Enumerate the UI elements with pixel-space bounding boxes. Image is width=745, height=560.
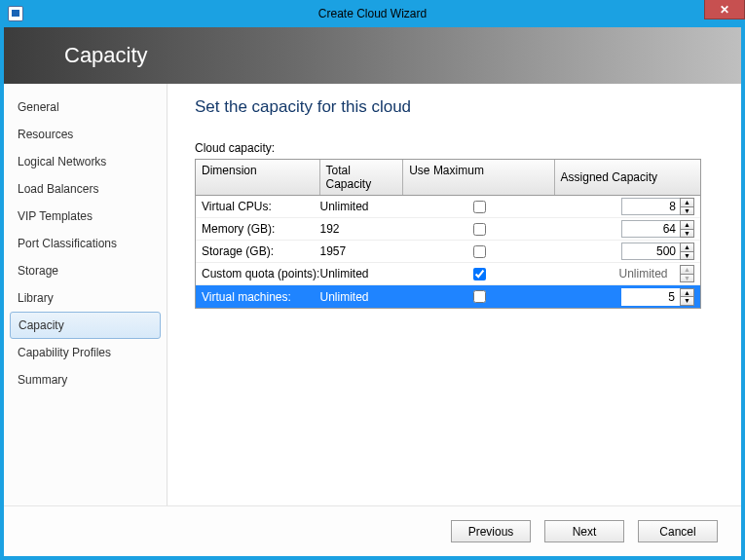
sidebar-item-storage[interactable]: Storage [4, 257, 167, 284]
cell-total-capacity: 1957 [320, 244, 404, 258]
cell-dimension: Virtual machines: [196, 290, 320, 304]
sidebar-item-logical-networks[interactable]: Logical Networks [4, 148, 167, 175]
capacity-grid: Dimension Total Capacity Use Maximum Ass… [195, 159, 701, 309]
cell-total-capacity: Unlimited [320, 267, 404, 280]
spinner-up-button[interactable]: ▲ [680, 243, 694, 251]
assigned-capacity-input[interactable] [621, 243, 680, 260]
sidebar-item-capacity[interactable]: Capacity [10, 312, 161, 339]
cell-dimension: Virtual CPUs: [196, 200, 320, 213]
sidebar-item-capability-profiles[interactable]: Capability Profiles [4, 339, 167, 366]
spinner-down-button[interactable]: ▼ [680, 206, 694, 216]
wizard-steps-sidebar: GeneralResourcesLogical NetworksLoad Bal… [4, 84, 168, 505]
app-icon [8, 6, 23, 21]
wizard-window: Capacity GeneralResourcesLogical Network… [4, 27, 741, 556]
sidebar-item-resources[interactable]: Resources [4, 121, 167, 148]
spinner-down-icon: ▼ [680, 274, 694, 283]
wizard-footer: Previous Next Cancel [4, 505, 741, 556]
previous-button[interactable]: Previous [451, 520, 531, 542]
use-maximum-checkbox[interactable] [473, 290, 486, 303]
grid-header: Dimension Total Capacity Use Maximum Ass… [196, 160, 700, 196]
cell-assigned-capacity: ▲▼ [555, 288, 700, 306]
content-pane: Set the capacity for this cloud Cloud ca… [168, 84, 741, 505]
col-use-maximum[interactable]: Use Maximum [403, 160, 554, 195]
cell-dimension: Storage (GB): [196, 244, 320, 258]
sidebar-item-summary[interactable]: Summary [4, 366, 167, 393]
use-maximum-checkbox[interactable] [473, 245, 486, 258]
cell-assigned-capacity: ▲▼ [555, 198, 700, 215]
cell-use-maximum [403, 243, 554, 261]
cell-total-capacity: 192 [320, 222, 404, 236]
page-heading: Set the capacity for this cloud [195, 97, 716, 117]
cell-assigned-capacity: Unlimited▲▼ [555, 265, 700, 282]
main-body: GeneralResourcesLogical NetworksLoad Bal… [4, 84, 741, 505]
cell-dimension: Memory (GB): [196, 222, 320, 236]
window-title: Create Cloud Wizard [318, 7, 427, 20]
grid-row[interactable]: Memory (GB):192▲▼ [196, 218, 700, 241]
cell-total-capacity: Unlimited [320, 200, 404, 213]
spinner-up-icon: ▲ [680, 265, 694, 274]
assigned-capacity-input[interactable] [621, 288, 680, 306]
close-button[interactable]: ✕ [704, 0, 745, 19]
grid-row[interactable]: Custom quota (points):UnlimitedUnlimited… [196, 263, 700, 285]
grid-row[interactable]: Storage (GB):1957▲▼ [196, 241, 700, 263]
cancel-button[interactable]: Cancel [638, 520, 718, 542]
wizard-banner: Capacity [4, 27, 741, 84]
spinner-up-button[interactable]: ▲ [680, 288, 694, 297]
next-button[interactable]: Next [544, 520, 624, 542]
cell-use-maximum [403, 220, 554, 239]
col-assigned-capacity[interactable]: Assigned Capacity [555, 160, 700, 195]
sidebar-item-load-balancers[interactable]: Load Balancers [4, 175, 167, 203]
assigned-unlimited-label: Unlimited [607, 267, 680, 280]
banner-title: Capacity [64, 43, 148, 68]
grid-row[interactable]: Virtual machines:Unlimited▲▼ [196, 285, 700, 308]
cell-total-capacity: Unlimited [320, 290, 404, 304]
col-dimension[interactable]: Dimension [196, 160, 320, 195]
cell-use-maximum [403, 198, 554, 216]
titlebar[interactable]: Create Cloud Wizard ✕ [0, 0, 745, 27]
cell-dimension: Custom quota (points): [196, 267, 320, 280]
assigned-capacity-input[interactable] [621, 220, 680, 238]
sidebar-item-library[interactable]: Library [4, 284, 167, 312]
sidebar-item-general[interactable]: General [4, 93, 167, 121]
cell-use-maximum [403, 287, 554, 306]
cell-use-maximum [403, 265, 554, 283]
col-total-capacity[interactable]: Total Capacity [320, 160, 404, 195]
sidebar-item-vip-templates[interactable]: VIP Templates [4, 203, 167, 230]
spinner-up-button[interactable]: ▲ [680, 220, 694, 229]
cloud-capacity-label: Cloud capacity: [195, 141, 716, 155]
spinner-down-button[interactable]: ▼ [680, 296, 694, 306]
use-maximum-checkbox[interactable] [473, 268, 486, 280]
spinner-down-button[interactable]: ▼ [680, 229, 694, 239]
spinner-up-button[interactable]: ▲ [680, 198, 694, 206]
grid-row[interactable]: Virtual CPUs:Unlimited▲▼ [196, 196, 700, 218]
close-icon: ✕ [720, 3, 729, 17]
assigned-capacity-input[interactable] [621, 198, 680, 215]
use-maximum-checkbox[interactable] [473, 201, 486, 213]
cell-assigned-capacity: ▲▼ [555, 243, 700, 260]
use-maximum-checkbox[interactable] [473, 223, 486, 236]
sidebar-item-port-classifications[interactable]: Port Classifications [4, 230, 167, 257]
spinner-down-button[interactable]: ▼ [680, 251, 694, 261]
cell-assigned-capacity: ▲▼ [555, 220, 700, 238]
